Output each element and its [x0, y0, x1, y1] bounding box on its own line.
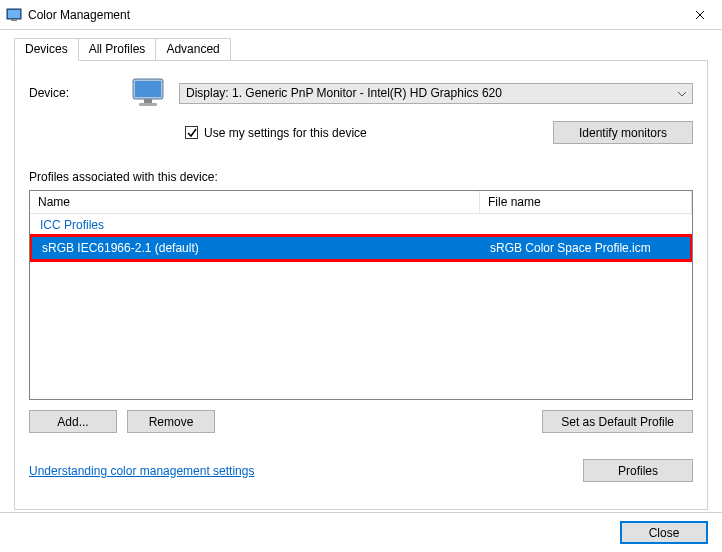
annotation-highlight: sRGB IEC61966-2.1 (default) sRGB Color S… — [29, 234, 693, 262]
column-header-name[interactable]: Name — [30, 191, 480, 213]
profiles-listview: Name File name ICC Profiles sRGB IEC6196… — [29, 190, 693, 400]
svg-rect-2 — [11, 19, 17, 21]
use-my-settings-checkbox[interactable] — [185, 126, 198, 139]
identify-monitors-button[interactable]: Identify monitors — [553, 121, 693, 144]
svg-rect-5 — [144, 99, 152, 103]
profiles-button[interactable]: Profiles — [583, 459, 693, 482]
app-icon — [6, 7, 22, 23]
tab-all-profiles[interactable]: All Profiles — [78, 38, 157, 61]
device-dropdown[interactable]: Display: 1. Generic PnP Monitor - Intel(… — [179, 83, 693, 104]
svg-rect-1 — [8, 10, 20, 18]
tab-devices[interactable]: Devices — [14, 38, 79, 61]
list-item-filename: sRGB Color Space Profile.icm — [482, 241, 690, 255]
column-header-filename[interactable]: File name — [480, 191, 692, 213]
close-icon[interactable] — [677, 0, 722, 30]
close-button[interactable]: Close — [620, 521, 708, 544]
device-label: Device: — [29, 86, 119, 100]
svg-rect-4 — [135, 81, 161, 97]
set-default-button[interactable]: Set as Default Profile — [542, 410, 693, 433]
window-title: Color Management — [28, 8, 677, 22]
profiles-section-label: Profiles associated with this device: — [29, 170, 693, 184]
chevron-down-icon — [678, 88, 686, 99]
list-item-name: sRGB IEC61966-2.1 (default) — [32, 241, 482, 255]
device-dropdown-value: Display: 1. Generic PnP Monitor - Intel(… — [186, 86, 502, 100]
remove-button[interactable]: Remove — [127, 410, 215, 433]
monitor-icon — [129, 75, 169, 111]
understanding-link[interactable]: Understanding color management settings — [29, 464, 254, 478]
tab-panel-devices: Device: Display: 1. Generic PnP Monitor … — [14, 60, 708, 510]
tab-advanced[interactable]: Advanced — [155, 38, 230, 61]
use-my-settings-label: Use my settings for this device — [204, 126, 367, 140]
add-button[interactable]: Add... — [29, 410, 117, 433]
tab-bar: Devices All Profiles Advanced — [14, 38, 708, 61]
list-group-icc: ICC Profiles — [30, 214, 692, 234]
svg-rect-6 — [139, 103, 157, 106]
list-item[interactable]: sRGB IEC61966-2.1 (default) sRGB Color S… — [32, 237, 690, 259]
